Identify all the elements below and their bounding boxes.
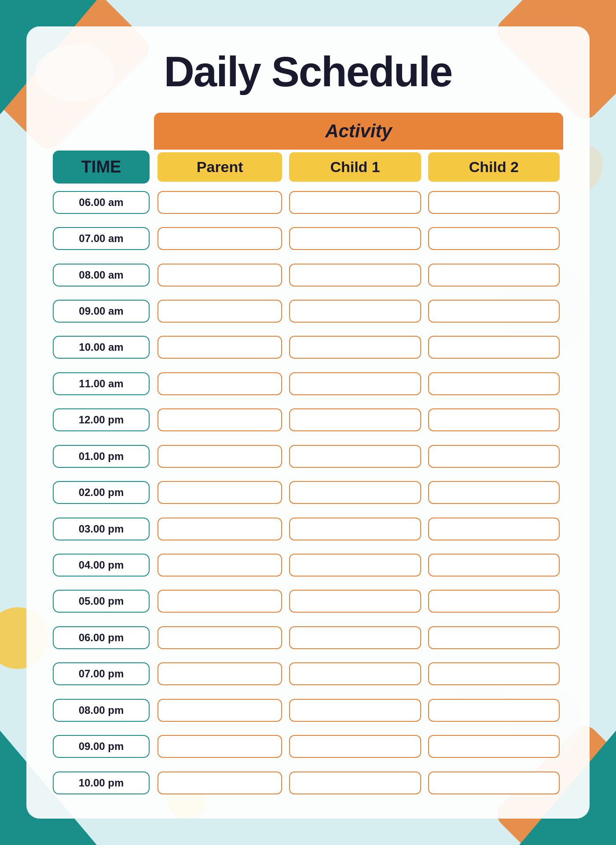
child1-column-header: Child 1 [289, 152, 421, 182]
activity-cell-child1 [286, 656, 424, 692]
activity-input-child1[interactable] [289, 590, 421, 613]
activity-input-child2[interactable] [428, 445, 560, 468]
time-cell: 07.00 am [53, 220, 154, 257]
activity-input-child1[interactable] [289, 372, 421, 395]
activity-header: Activity [154, 113, 563, 150]
activity-cell-child1 [286, 547, 424, 583]
activity-input-child2[interactable] [428, 191, 560, 214]
activity-input-child2[interactable] [428, 227, 560, 250]
activity-input-child1[interactable] [289, 772, 421, 794]
activity-input-parent[interactable] [158, 300, 282, 323]
time-cell: 09.00 pm [53, 728, 154, 764]
activity-cell-parent [154, 257, 286, 293]
activity-input-child1[interactable] [289, 626, 421, 649]
parent-subheader-cell: Parent [154, 150, 286, 184]
activity-cell-child1 [286, 366, 424, 402]
activity-input-child2[interactable] [428, 372, 560, 395]
activity-input-parent[interactable] [158, 372, 282, 395]
activity-cell-parent [154, 366, 286, 402]
child2-subheader-cell: Child 2 [425, 150, 563, 184]
activity-input-child1[interactable] [289, 735, 421, 758]
activity-cell-parent [154, 620, 286, 656]
time-cell: 07.00 pm [53, 656, 154, 692]
time-badge: 10.00 am [53, 336, 150, 359]
time-cell: 06.00 pm [53, 620, 154, 656]
activity-input-child2[interactable] [428, 699, 560, 722]
activity-cell-parent [154, 329, 286, 365]
time-badge: 09.00 pm [53, 735, 150, 758]
activity-input-parent[interactable] [158, 662, 282, 685]
activity-input-child2[interactable] [428, 481, 560, 504]
activity-cell-child2 [425, 402, 563, 438]
activity-input-child2[interactable] [428, 626, 560, 649]
activity-input-parent[interactable] [158, 590, 282, 613]
activity-cell-child1 [286, 257, 424, 293]
schedule-row: 08.00 pm [53, 692, 563, 728]
schedule-row: 03.00 pm [53, 511, 563, 547]
time-cell: 06.00 am [53, 184, 154, 220]
activity-input-child2[interactable] [428, 264, 560, 287]
activity-input-parent[interactable] [158, 772, 282, 794]
activity-input-child2[interactable] [428, 336, 560, 359]
activity-cell-child1 [286, 293, 424, 329]
schedule-row: 10.00 am [53, 329, 563, 365]
activity-cell-child2 [425, 438, 563, 474]
activity-input-child2[interactable] [428, 554, 560, 577]
activity-cell-child1 [286, 692, 424, 728]
activity-input-parent[interactable] [158, 336, 282, 359]
activity-input-child1[interactable] [289, 408, 421, 431]
time-subheader-cell: TIME [53, 150, 154, 184]
activity-cell-child2 [425, 547, 563, 583]
activity-cell-child1 [286, 511, 424, 547]
activity-cell-child1 [286, 728, 424, 764]
activity-input-child1[interactable] [289, 481, 421, 504]
time-cell: 02.00 pm [53, 474, 154, 511]
activity-cell-parent [154, 438, 286, 474]
schedule-row: 08.00 am [53, 257, 563, 293]
activity-input-parent[interactable] [158, 699, 282, 722]
activity-input-parent[interactable] [158, 626, 282, 649]
time-badge: 03.00 pm [53, 518, 150, 540]
activity-input-child2[interactable] [428, 408, 560, 431]
activity-input-child1[interactable] [289, 300, 421, 323]
activity-input-child2[interactable] [428, 518, 560, 540]
activity-input-child1[interactable] [289, 336, 421, 359]
activity-input-child1[interactable] [289, 264, 421, 287]
time-cell: 04.00 pm [53, 547, 154, 583]
activity-cell-child2 [425, 692, 563, 728]
activity-input-parent[interactable] [158, 554, 282, 577]
activity-cell-parent [154, 583, 286, 619]
activity-input-parent[interactable] [158, 518, 282, 540]
time-cell: 05.00 pm [53, 583, 154, 619]
activity-input-child1[interactable] [289, 554, 421, 577]
activity-input-child2[interactable] [428, 772, 560, 794]
activity-input-parent[interactable] [158, 227, 282, 250]
activity-input-child1[interactable] [289, 191, 421, 214]
activity-cell-child2 [425, 583, 563, 619]
time-badge: 06.00 am [53, 191, 150, 214]
time-cell: 03.00 pm [53, 511, 154, 547]
activity-input-parent[interactable] [158, 191, 282, 214]
activity-input-child1[interactable] [289, 662, 421, 685]
time-badge: 10.00 pm [53, 772, 150, 794]
activity-input-parent[interactable] [158, 735, 282, 758]
activity-input-parent[interactable] [158, 481, 282, 504]
activity-cell-child1 [286, 220, 424, 257]
activity-input-child2[interactable] [428, 662, 560, 685]
activity-input-child1[interactable] [289, 227, 421, 250]
activity-input-child2[interactable] [428, 590, 560, 613]
activity-input-child1[interactable] [289, 699, 421, 722]
activity-input-parent[interactable] [158, 445, 282, 468]
activity-input-child1[interactable] [289, 518, 421, 540]
activity-input-child2[interactable] [428, 735, 560, 758]
activity-input-child1[interactable] [289, 445, 421, 468]
activity-cell-parent [154, 547, 286, 583]
activity-cell-parent [154, 220, 286, 257]
time-badge: 12.00 pm [53, 408, 150, 431]
activity-cell-parent [154, 692, 286, 728]
activity-input-parent[interactable] [158, 408, 282, 431]
activity-input-child2[interactable] [428, 300, 560, 323]
time-badge: 11.00 am [53, 372, 150, 395]
activity-input-parent[interactable] [158, 264, 282, 287]
time-badge: 02.00 pm [53, 481, 150, 504]
